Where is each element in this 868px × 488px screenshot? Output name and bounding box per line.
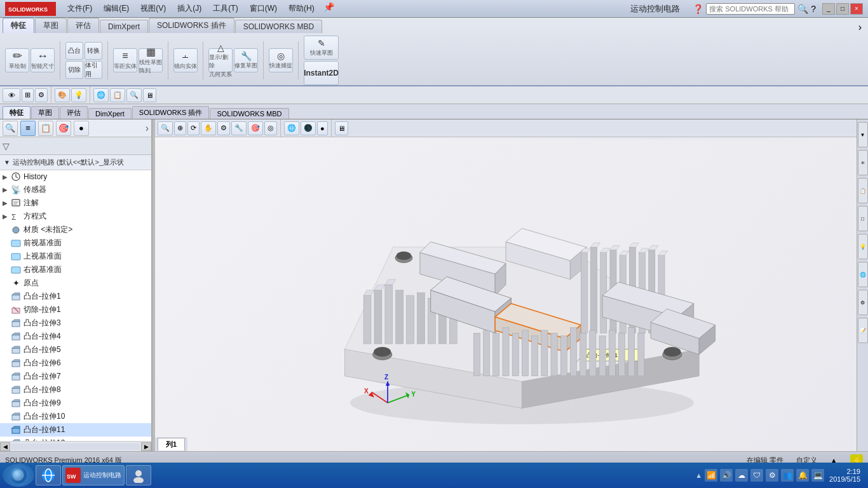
help-button[interactable]: ? [811, 4, 816, 14]
scroll-right-button[interactable]: ▶ [141, 442, 151, 451]
taskbar-sw-button[interactable]: SW 运动控制电路 [62, 465, 125, 485]
right-panel-btn-6[interactable]: 🌐 [858, 262, 868, 287]
ftab-feature[interactable]: 特征 [3, 106, 31, 119]
show-del-relations[interactable]: △ 显示/删除 几何关系 [208, 48, 233, 72]
tree-item-origin[interactable]: ▶ ✦ 原点 [0, 276, 151, 290]
instant2d-button[interactable]: Instant2D [304, 61, 339, 85]
display-manager-button[interactable]: 📋 [110, 88, 125, 102]
horizontal-scrollbar[interactable] [11, 444, 140, 450]
clock-display[interactable]: 2:19 2019/5/15 [829, 468, 860, 483]
tree-item-extrude11[interactable]: ▶ 凸台-拉伸11 [0, 423, 151, 437]
tray-sound-icon[interactable]: 🔔 [796, 469, 809, 482]
section-view-button[interactable]: ⊞ [22, 88, 34, 102]
scroll-left-button[interactable]: ◀ [0, 442, 10, 451]
tab-sw-mbd[interactable]: SOLIDWORKS MBD [235, 20, 322, 33]
tray-people-icon[interactable]: 👥 [781, 469, 794, 482]
tree-item-extrude9[interactable]: ▶ 凸台-拉伸9 [0, 396, 151, 410]
collapse-panel-button[interactable]: › [146, 123, 149, 134]
tree-item-right-plane[interactable]: ▶ 右视基准面 [0, 263, 151, 276]
taskbar-user-button[interactable] [126, 465, 151, 485]
display-state-button[interactable]: 🖥 [335, 121, 348, 135]
view-hide-button[interactable]: 🔍 [126, 88, 142, 102]
view-orientation-button[interactable]: 👁 [3, 88, 20, 102]
monitor-button[interactable]: 🖥 [143, 88, 156, 102]
snap-view-button[interactable]: ◎ [264, 121, 277, 135]
shadow-button[interactable]: 🌑 [301, 121, 316, 135]
tab-feature[interactable]: 特征 [3, 18, 34, 33]
tree-item-material[interactable]: ▶ 材质 <未指定> [0, 223, 151, 236]
appearance-manager-icon[interactable]: ● [74, 121, 89, 136]
menu-file[interactable]: 文件(F) [62, 2, 97, 15]
feature-tree[interactable]: ▶ History ▶ 📡 传感器 ▶ 注解 [0, 170, 151, 441]
tab-evaluate[interactable]: 评估 [67, 18, 99, 33]
right-panel-btn-7[interactable]: ⚙ [858, 290, 868, 315]
help-icon[interactable]: ❓ [693, 4, 703, 14]
minimize-button[interactable]: _ [822, 3, 835, 15]
quick-snap-button[interactable]: ◎ 快速捕捉 [269, 48, 293, 72]
tree-item-cut1[interactable]: ▶ 切除-拉伸1 [0, 303, 151, 316]
menu-view[interactable]: 视图(V) [135, 2, 171, 15]
right-panel-btn-5[interactable]: 💡 [858, 234, 868, 259]
search-filter-icon[interactable]: 🔍 [3, 121, 18, 136]
smart-dim-button[interactable]: ↔ 智能尺寸 [31, 48, 55, 72]
close-button[interactable]: × [850, 3, 863, 15]
tree-item-extrude10[interactable]: ▶ 凸台-拉伸10 [0, 410, 151, 423]
right-panel-btn-1[interactable]: ▼ [858, 122, 868, 147]
linear-pattern-button[interactable]: ▦ 线性草图阵列 [139, 48, 163, 72]
pin-icon[interactable]: 📌 [323, 2, 334, 15]
quick-sketch-button[interactable]: ✎ 快速草图 [304, 36, 339, 60]
tree-item-extrude4[interactable]: ▶ 凸台-拉伸4 [0, 330, 151, 343]
repair-sketch-button[interactable]: 🔧 修复草图 [234, 48, 258, 72]
ftab-sketch[interactable]: 草图 [31, 106, 59, 119]
menu-tools[interactable]: 工具(T) [208, 2, 243, 15]
view-settings-button[interactable]: ⚙ [35, 88, 48, 102]
menu-help[interactable]: 帮助(H) [283, 2, 320, 15]
sheet-tab-model[interactable]: 列1 [158, 438, 185, 451]
tray-network-icon[interactable]: 📶 [705, 469, 717, 482]
ftab-evaluate[interactable]: 评估 [60, 106, 88, 119]
pan-button[interactable]: ✋ [201, 121, 216, 135]
tree-item-history[interactable]: ▶ History [0, 170, 151, 183]
ref-button[interactable]: 转换 [85, 42, 102, 60]
tree-item-extrude5[interactable]: ▶ 凸台-拉伸5 [0, 343, 151, 356]
tree-item-top-plane[interactable]: ▶ 上视基准面 [0, 250, 151, 263]
tray-cloud-icon[interactable]: ☁ [735, 469, 748, 482]
sketch-button[interactable]: ✏ 草绘制 [5, 48, 29, 72]
right-panel-btn-2[interactable]: ≡ [858, 150, 868, 175]
config-manager-icon[interactable]: 🎯 [56, 121, 71, 136]
tree-item-extrude7[interactable]: ▶ 凸台-拉伸7 [0, 370, 151, 383]
expand-ribbon-button[interactable]: › [855, 22, 865, 33]
tray-hardware-icon[interactable]: 💻 [811, 469, 824, 482]
tab-sw-plugins[interactable]: SOLIDWORKS 插件 [149, 18, 234, 33]
menu-insert[interactable]: 插入(J) [172, 2, 207, 15]
search-input[interactable] [706, 3, 795, 15]
tray-settings-icon[interactable]: ⚙ [766, 469, 778, 482]
offset-button[interactable]: ≡ 等距实体 [113, 48, 137, 72]
tray-icons[interactable]: ▲ [695, 471, 702, 479]
property-manager-icon[interactable]: 📋 [38, 121, 53, 136]
menu-edit[interactable]: 编辑(E) [98, 2, 134, 15]
ftab-sw-plugins[interactable]: SOLIDWORKS 插件 [132, 106, 210, 119]
tree-item-sensors[interactable]: ▶ 📡 传感器 [0, 183, 151, 196]
tree-item-extrude3[interactable]: ▶ 凸台-拉伸3 [0, 316, 151, 330]
tree-item-equations[interactable]: ▶ Σ 方程式 [0, 210, 151, 223]
model-display[interactable]: 凸台-拉伸11 [155, 140, 857, 451]
view-target-button[interactable]: 🎯 [248, 121, 263, 135]
globe-button[interactable]: 🌐 [284, 121, 299, 135]
right-panel-btn-8[interactable]: 📝 [858, 318, 868, 343]
cut-extrude-button[interactable]: 切除 [65, 61, 83, 79]
right-panel-btn-3[interactable]: 📋 [858, 178, 868, 203]
tree-item-extrude8[interactable]: ▶ 凸台-拉伸8 [0, 383, 151, 396]
restore-button[interactable]: □ [836, 3, 849, 15]
zoom-in-button[interactable]: ⊕ [174, 121, 186, 135]
extrude-button[interactable]: 凸台 [65, 42, 83, 60]
tree-item-extrude12[interactable]: ▶ 凸台-拉伸12 [0, 437, 151, 441]
display-style-button[interactable]: 🎨 [55, 88, 70, 102]
search-icon[interactable]: 🔍 [797, 4, 808, 14]
tree-item-front-plane[interactable]: ▶ 前视基准面 [0, 236, 151, 250]
tray-shield-icon[interactable]: 🛡 [750, 469, 763, 482]
view-setting-button[interactable]: ⚙ [217, 121, 230, 135]
ftab-dimxpert[interactable]: DimXpert [88, 108, 132, 119]
ftab-sw-mbd[interactable]: SOLIDWORKS MBD [210, 108, 288, 119]
3d-viewport[interactable]: 🔍 ⊕ ⟳ ✋ ⚙ 🔧 🎯 ◎ 🌐 🌑 ● 🖥 [155, 119, 857, 451]
